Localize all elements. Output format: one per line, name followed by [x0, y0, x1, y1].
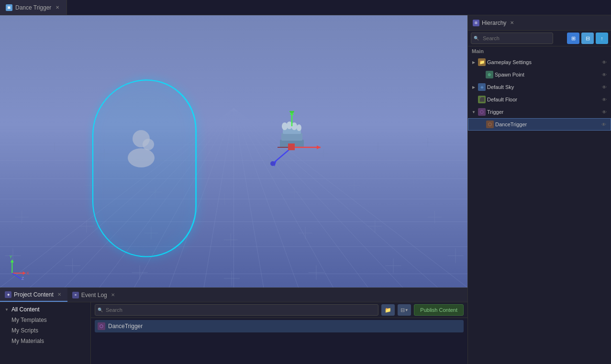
tree-item-gameplay-settings[interactable]: 📁 Gameplay Settings 👁	[468, 56, 611, 68]
hierarchy-tree: 📁 Gameplay Settings 👁 ⊕ Spawn Point 👁 ◈ …	[468, 56, 611, 364]
svg-point-86	[143, 139, 154, 150]
my-scripts-label: My Scripts	[11, 327, 38, 334]
tree-item-default-sky[interactable]: ◈ Default Sky 👁	[468, 81, 611, 93]
my-materials-label: My Materials	[11, 338, 44, 344]
sidebar-my-scripts[interactable]: My Scripts	[0, 325, 90, 336]
dance-trigger-tab[interactable]: ▣ Dance Trigger ✕	[0, 0, 67, 15]
default-sky-arrow	[471, 84, 477, 90]
svg-text:Z: Z	[22, 276, 24, 280]
gameplay-settings-icon: 📁	[478, 58, 486, 66]
spawn-point-label: Spawn Point	[495, 72, 599, 77]
event-log-tab-close[interactable]: ✕	[110, 292, 116, 298]
main-content: X Y Z ◈ Project Content ✕ ≡ Event Log ✕	[0, 15, 611, 364]
top-tab-bar: ▣ Dance Trigger ✕	[0, 0, 611, 15]
dance-trigger-icon: ⬡	[486, 121, 494, 128]
project-sidebar: ▼ All Content My Templates My Scripts My…	[0, 302, 91, 364]
svg-marker-105	[23, 271, 26, 275]
hierarchy-filter-button[interactable]: ⊟	[581, 33, 594, 44]
svg-marker-108	[11, 260, 14, 263]
default-sky-label: Default Sky	[487, 84, 599, 90]
default-floor-label: Default Floor	[487, 97, 599, 102]
project-folder-button[interactable]: 📁	[381, 304, 395, 316]
sidebar-my-materials[interactable]: My Materials	[0, 336, 90, 346]
gameplay-settings-label: Gameplay Settings	[487, 59, 599, 65]
event-log-tab-icon: ≡	[72, 292, 79, 298]
all-content-label: All Content	[11, 306, 40, 313]
viewport[interactable]: X Y Z	[0, 15, 467, 287]
project-search-input[interactable]	[95, 304, 378, 316]
publish-content-button[interactable]: Publish Content	[414, 304, 464, 316]
default-floor-icon: ⬛	[478, 96, 486, 103]
hierarchy-tab-icon: ⊞	[473, 20, 479, 26]
content-item-dance-trigger[interactable]: ⬡ DanceTrigger	[95, 320, 464, 332]
viewport-section: X Y Z ◈ Project Content ✕ ≡ Event Log ✕	[0, 15, 467, 364]
hierarchy-grid-button[interactable]: ⊞	[567, 33, 579, 44]
hierarchy-upload-button[interactable]: ↑	[596, 33, 608, 44]
filter-icon: ⊟	[400, 307, 405, 313]
event-log-tab-label: Event Log	[81, 292, 107, 298]
viewport-grid	[0, 15, 467, 287]
hierarchy-tab-label: Hierarchy	[482, 20, 506, 26]
sidebar-my-templates[interactable]: My Templates	[0, 315, 90, 325]
svg-line-110	[12, 273, 21, 279]
tab-close-button[interactable]: ✕	[54, 4, 61, 11]
project-content-tab-label: Project Content	[14, 291, 54, 298]
spawn-point-eye[interactable]: 👁	[600, 71, 608, 78]
hierarchy-toolbar: ⊞ ⊟ ↑	[468, 31, 611, 46]
trigger-label: Trigger	[487, 109, 599, 115]
hierarchy-main-label: Main	[468, 46, 611, 56]
svg-point-103	[270, 161, 275, 166]
trigger-arrow	[471, 109, 477, 115]
transform-gizmo	[258, 111, 325, 188]
tree-item-default-floor[interactable]: ⬛ Default Floor 👁	[468, 93, 611, 106]
project-content-tab[interactable]: ◈ Project Content ✕	[0, 288, 67, 302]
project-search-wrapper	[95, 304, 378, 316]
project-content-tab-icon: ◈	[5, 291, 11, 298]
dance-trigger-item-icon: ⬡	[98, 322, 105, 330]
my-templates-label: My Templates	[11, 317, 47, 323]
filter-dropdown-icon: ▼	[405, 308, 409, 312]
dance-trigger-eye[interactable]: 👁	[600, 121, 608, 128]
hierarchy-tab[interactable]: ⊞ Hierarchy ✕	[468, 15, 520, 30]
svg-marker-97	[317, 145, 321, 149]
default-sky-eye[interactable]: 👁	[600, 83, 608, 91]
project-content-tab-close[interactable]: ✕	[56, 291, 63, 298]
trigger-eye[interactable]: 👁	[600, 108, 608, 116]
trigger-icon: ⬡	[478, 108, 486, 116]
grid-icon: ⊞	[571, 35, 576, 42]
dance-trigger-label: DanceTrigger	[495, 121, 599, 127]
publish-content-label: Publish Content	[420, 307, 457, 313]
svg-rect-101	[288, 143, 295, 150]
default-floor-eye[interactable]: 👁	[600, 96, 608, 103]
project-main: 📁 ⊟ ▼ Publish Content ⬡ Dance	[91, 302, 467, 364]
tree-item-trigger[interactable]: ⬡ Trigger 👁	[468, 106, 611, 118]
sidebar-all-content[interactable]: ▼ All Content	[0, 304, 90, 315]
avatar-icon	[120, 125, 163, 175]
hierarchy-search-wrapper	[471, 33, 565, 44]
hierarchy-tab-bar: ⊞ Hierarchy ✕	[468, 15, 611, 31]
dance-trigger-item-label: DanceTrigger	[108, 323, 143, 330]
gameplay-settings-eye[interactable]: 👁	[600, 58, 608, 66]
svg-rect-88	[281, 133, 302, 141]
svg-point-102	[289, 111, 294, 113]
svg-point-85	[128, 148, 155, 167]
folder-icon: 📁	[385, 307, 391, 313]
upload-icon: ↑	[600, 35, 603, 41]
bottom-content: ▼ All Content My Templates My Scripts My…	[0, 302, 467, 364]
event-log-tab[interactable]: ≡ Event Log ✕	[67, 288, 121, 302]
svg-text:X: X	[26, 271, 29, 276]
spawn-point-icon: ⊕	[486, 71, 493, 78]
project-filter-button[interactable]: ⊟ ▼	[398, 304, 411, 316]
hierarchy-filter-icon: ⊟	[586, 35, 590, 42]
svg-point-93	[297, 124, 301, 131]
hierarchy-close-button[interactable]: ✕	[509, 20, 515, 26]
tree-item-spawn-point[interactable]: ⊕ Spawn Point 👁	[468, 68, 611, 81]
hierarchy-panel: ⊞ Hierarchy ✕ ⊞ ⊟ ↑ Main 📁	[467, 15, 611, 364]
hierarchy-search-input[interactable]	[471, 33, 553, 44]
tab-icon: ▣	[6, 4, 12, 11]
svg-text:Y: Y	[10, 254, 12, 259]
bottom-tab-bar: ◈ Project Content ✕ ≡ Event Log ✕	[0, 288, 467, 302]
bottom-section: ◈ Project Content ✕ ≡ Event Log ✕ ▼ All …	[0, 287, 467, 364]
tree-item-dance-trigger[interactable]: ⬡ DanceTrigger 👁	[468, 118, 611, 131]
tab-label: Dance Trigger	[15, 4, 51, 11]
